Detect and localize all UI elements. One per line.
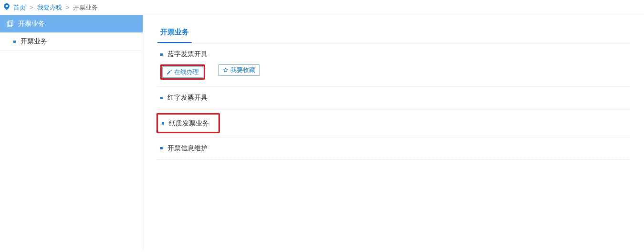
breadcrumb-home[interactable]: 首页	[13, 3, 26, 12]
copy-icon	[7, 21, 13, 27]
favorite-label: 我要收藏	[230, 66, 255, 74]
sidebar-item-label: 开票业务	[21, 37, 47, 46]
item-red-invoice[interactable]: 红字发票开具	[160, 94, 627, 102]
highlight-online: 在线办理	[160, 64, 205, 80]
bullet-icon	[13, 41, 16, 43]
online-handle-button[interactable]: 在线办理	[162, 66, 203, 78]
list-item: 红字发票开具	[157, 87, 630, 109]
breadcrumb-sep: >	[66, 4, 70, 11]
invoice-list: 蓝字发票开具 在线办理	[157, 43, 630, 160]
bullet-icon	[162, 122, 164, 125]
sidebar-item-invoice[interactable]: 开票业务	[0, 32, 143, 51]
bullet-icon	[160, 97, 163, 99]
page-title: 开票业务	[157, 24, 192, 43]
item-label: 开票信息维护	[167, 144, 208, 153]
bullet-icon	[160, 53, 163, 56]
online-handle-label: 在线办理	[174, 68, 199, 76]
breadcrumb-tax[interactable]: 我要办税	[37, 3, 62, 12]
item-info-maintain[interactable]: 开票信息维护	[160, 144, 627, 153]
item-blue-invoice[interactable]: 蓝字发票开具	[160, 50, 627, 59]
sidebar-title: 开票业务	[18, 20, 45, 28]
favorite-button[interactable]: 我要收藏	[218, 64, 260, 76]
item-paper-invoice[interactable]: 纸质发票业务	[162, 119, 209, 128]
pencil-icon	[166, 69, 172, 75]
svg-rect-0	[7, 22, 11, 27]
svg-rect-1	[9, 21, 13, 26]
breadcrumb: 首页 > 我要办税 > 开票业务	[0, 0, 644, 15]
location-icon	[4, 3, 10, 11]
item-label: 蓝字发票开具	[167, 50, 208, 59]
sidebar: 开票业务 开票业务	[0, 15, 143, 249]
sidebar-header: 开票业务	[0, 15, 143, 32]
main-content: 开票业务 蓝字发票开具 在线办理	[143, 15, 644, 249]
bullet-icon	[160, 147, 163, 149]
breadcrumb-current: 开票业务	[73, 3, 98, 12]
star-icon	[223, 67, 229, 73]
list-item: 蓝字发票开具 在线办理	[157, 43, 630, 87]
highlight-paper-invoice: 纸质发票业务	[156, 113, 220, 133]
item-label: 纸质发票业务	[169, 119, 209, 128]
list-item: 开票信息维护	[157, 137, 630, 160]
breadcrumb-sep: >	[30, 4, 33, 11]
item-label: 红字发票开具	[167, 94, 208, 102]
list-item: 纸质发票业务	[157, 109, 630, 137]
